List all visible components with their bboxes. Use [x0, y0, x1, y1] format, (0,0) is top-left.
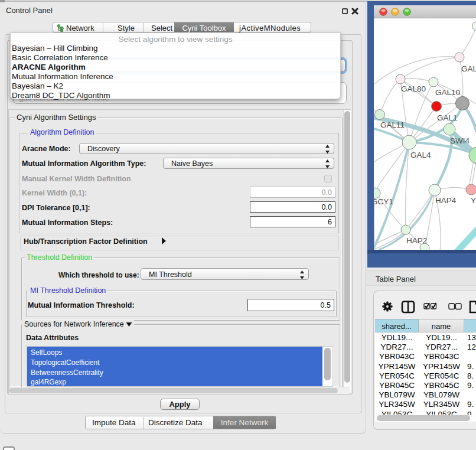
- svg-text:GAL1: GAL1: [437, 113, 458, 122]
- svg-text:GAL8: GAL8: [461, 64, 476, 73]
- svg-text:GCY1: GCY1: [374, 197, 393, 206]
- svg-text:GAL80: GAL80: [401, 84, 426, 93]
- svg-text:Y: Y: [471, 196, 476, 205]
- svg-text:GAL4: GAL4: [410, 151, 431, 159]
- svg-text:GAL10: GAL10: [435, 88, 460, 97]
- svg-text:SWI4: SWI4: [450, 136, 470, 145]
- svg-text:HAP2: HAP2: [406, 236, 427, 245]
- svg-text:GAL11: GAL11: [380, 120, 405, 129]
- svg-text:HAP4: HAP4: [435, 196, 457, 205]
